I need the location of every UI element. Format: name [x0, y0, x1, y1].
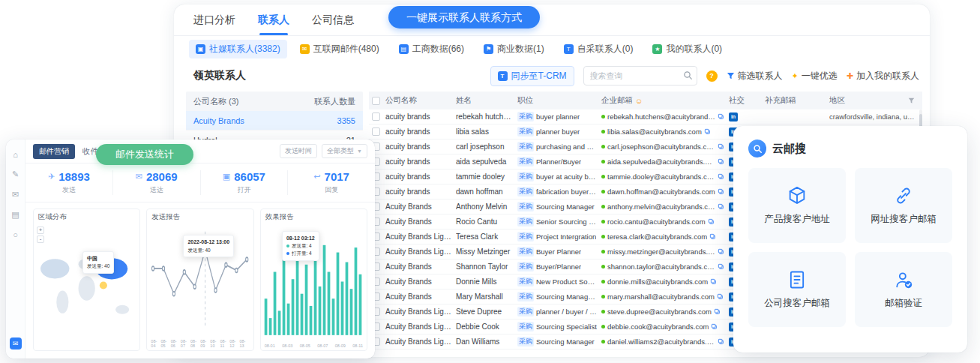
position-cell: 采购purchasing and sour	[517, 142, 601, 152]
mail-stats-window: ⌂✎✉▤○✉ 邮件营销 收件人报告 发送时间 全部类型▼ ✈18893 发送 ✉…	[6, 140, 375, 358]
copy-icon[interactable]	[718, 143, 724, 150]
role-tag: 采购	[517, 127, 534, 136]
header-social: 社交	[729, 95, 765, 106]
business-data-icon: ⚑	[484, 44, 493, 54]
company-search-email-tile[interactable]: 公司搜客户邮箱	[748, 252, 846, 327]
name-cell: dawn hoffman	[456, 184, 517, 200]
app-rail: ⌂✎✉▤○✉	[6, 140, 25, 358]
company-cell: Acuity Brands	[385, 290, 456, 304]
url-search-email-tile[interactable]: 网址搜客户邮箱	[855, 168, 952, 243]
contact-count-header: 联系人数量	[314, 96, 355, 107]
company-cell: Acuity Brands	[385, 200, 456, 214]
valid-dot-icon	[601, 235, 605, 238]
tab-2[interactable]: 公司信息	[312, 4, 354, 35]
add-person-icon: ✚	[847, 71, 853, 81]
sync-tcrm-button[interactable]: T 同步至T-CRM	[490, 66, 574, 86]
copy-icon[interactable]	[711, 323, 718, 330]
map-zoom-controls: + -	[37, 226, 44, 243]
copy-icon[interactable]	[718, 248, 724, 255]
search-input[interactable]	[583, 66, 697, 86]
email-cell: steve.dupree@acuitybrands.com	[601, 308, 729, 316]
in-social-icon[interactable]: in	[729, 112, 738, 122]
stat-sent-value: 18893	[58, 170, 90, 183]
zoom-out-button[interactable]: -	[37, 236, 44, 243]
tab-1[interactable]: 联系人	[258, 4, 289, 35]
product-search-address-tile[interactable]: 产品搜客户地址	[748, 168, 846, 243]
name-cell: Shannon Taylor	[456, 260, 517, 274]
email-cell: donnie.mills@acuitybrands.com	[601, 278, 729, 286]
position-cell: 采购Project Intergration	[517, 232, 601, 242]
name-cell: Debbie Cook	[456, 320, 517, 334]
toolbar: 领英联系人 T 同步至T-CRM ? 筛选联系人	[174, 62, 930, 90]
mail-app-icon[interactable]: ✉	[10, 338, 22, 350]
position-cell: 采购fabrication buyer an	[517, 187, 601, 196]
valid-dot-icon	[601, 175, 605, 178]
position-cell: 采购planner buyer	[517, 127, 601, 136]
copy-icon[interactable]	[718, 113, 724, 120]
company-search-email-label: 公司搜客户邮箱	[764, 297, 830, 310]
name-cell: Missy Metzinger	[456, 244, 517, 260]
zoom-in-button[interactable]: +	[37, 226, 44, 234]
internet-mail-icon: ✉	[300, 44, 310, 54]
role-tag: 采购	[517, 307, 534, 316]
copy-icon[interactable]	[718, 203, 724, 210]
one-click-optimize-button[interactable]: ✦ 一键优选	[792, 70, 838, 82]
search-box	[583, 66, 697, 86]
copy-icon[interactable]	[718, 263, 724, 270]
email-cell: carl.josephson@acuitybrands.com	[601, 142, 729, 151]
add-to-my-contacts-button[interactable]: ✚ 加入我的联系人	[847, 70, 919, 82]
email-cell: rebekah.hutchens@acuitybrands.com	[601, 112, 729, 121]
copy-icon[interactable]	[714, 308, 721, 315]
column-filter-icon[interactable]	[908, 98, 915, 104]
world-map-svg	[34, 224, 139, 350]
position-cell: 采购buyer planner	[517, 112, 601, 122]
stat-delivered: ✉28069 送达	[113, 170, 201, 195]
row-checkbox[interactable]	[372, 128, 380, 136]
source-tab-1[interactable]: ✉互联网邮件(480)	[293, 40, 386, 58]
row-checkbox[interactable]	[372, 112, 380, 121]
cloud-tile-grid: 产品搜客户地址 网址搜客户邮箱 公司搜客户邮箱 邮箱验证	[748, 168, 952, 327]
list-icon[interactable]: ▤	[11, 210, 19, 220]
copy-icon[interactable]	[718, 338, 724, 345]
tab-0[interactable]: 进口分析	[193, 4, 235, 35]
compose-icon[interactable]: ✎	[12, 170, 19, 179]
source-tab-5[interactable]: ★我的联系人(0)	[646, 40, 729, 58]
clock-icon[interactable]: ○	[13, 230, 18, 239]
source-tab-0[interactable]: ▣社媒联系人(3382)	[189, 40, 287, 58]
self-collected-icon: T	[564, 44, 574, 54]
mail-charts-row: 区域分布 + -	[25, 202, 375, 358]
url-search-email-label: 网址搜客户邮箱	[871, 213, 937, 226]
copy-icon[interactable]	[709, 233, 716, 240]
source-tab-3[interactable]: ⚑商业数据(1)	[477, 40, 551, 58]
help-icon[interactable]: ?	[706, 70, 718, 82]
name-cell: carl josephson	[456, 140, 517, 154]
header-region: 地区	[829, 95, 922, 106]
home-icon[interactable]: ⌂	[13, 150, 18, 159]
copy-icon[interactable]	[718, 188, 724, 195]
cloud-search-logo-icon	[748, 140, 766, 158]
email-verify-tile[interactable]: 邮箱验证	[855, 252, 952, 327]
contact-row[interactable]: acuity brands rebekah hutchens 采购buyer p…	[369, 110, 922, 124]
copy-icon[interactable]	[704, 128, 711, 135]
email-cell: daniel.williams2@acuitybrands.com	[601, 338, 729, 346]
valid-dot-icon	[601, 205, 605, 208]
role-tag: 采购	[517, 337, 534, 346]
search-icon[interactable]	[683, 70, 693, 80]
copy-icon[interactable]	[718, 173, 724, 180]
position-cell: 采购Planner/Buyer	[517, 157, 601, 166]
copy-icon[interactable]	[708, 218, 715, 225]
select-all-checkbox[interactable]	[372, 97, 380, 105]
copy-icon[interactable]	[717, 293, 724, 300]
copy-icon[interactable]	[710, 278, 717, 285]
source-tab-4[interactable]: T自采联系人(0)	[557, 40, 640, 58]
type-filter[interactable]: 全部类型▼	[322, 144, 367, 158]
send-time-filter[interactable]: 发送时间	[280, 144, 317, 158]
mail-marketing-tab[interactable]: 邮件营销	[33, 144, 75, 159]
copy-icon[interactable]	[718, 158, 724, 165]
filter-contacts-button[interactable]: 筛选联系人	[727, 70, 783, 82]
company-row[interactable]: Acuity Brands3355	[186, 111, 363, 130]
source-tab-2[interactable]: ▤工商数据(66)	[392, 40, 471, 58]
mail-icon[interactable]: ✉	[12, 190, 19, 200]
valid-dot-icon	[601, 295, 605, 298]
company-cell: Acuity Brands	[385, 274, 456, 290]
